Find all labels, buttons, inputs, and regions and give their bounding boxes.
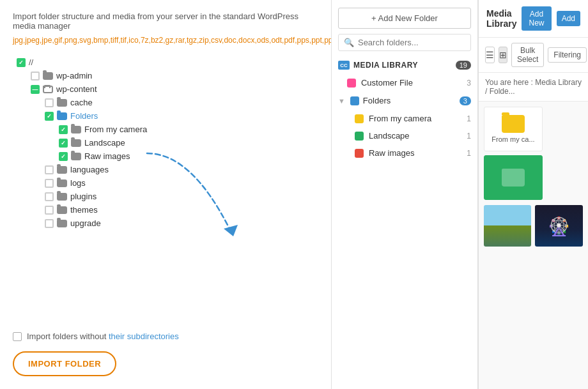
wpcontent-label: wp-content: [56, 84, 97, 94]
wpcontent-folder-icon: [43, 86, 53, 93]
media-library-label: MEDIA LIBRARY: [353, 61, 452, 70]
languages-label: languages: [70, 165, 109, 174]
logs-label: logs: [70, 178, 86, 188]
import-folder-button[interactable]: IMPORT FOLDER: [13, 351, 116, 376]
bulk-select-button[interactable]: Bulk Select: [511, 43, 544, 67]
sub-folder-rawimages[interactable]: Raw images 1: [332, 144, 477, 162]
landscape-photo: [484, 205, 532, 247]
tree-level-1: wp-admin wp-content cache F: [31, 69, 318, 230]
themes-folder-icon: [57, 206, 67, 214]
tree-item-themes: themes: [45, 203, 318, 217]
plugins-checkbox[interactable]: [45, 192, 54, 201]
subdirectories-checkbox[interactable]: [13, 332, 22, 341]
grid-view-button[interactable]: ⊞: [499, 47, 507, 63]
logs-checkbox[interactable]: [45, 179, 54, 188]
media-folder-camera-icon: [502, 115, 525, 133]
landscape-checkbox[interactable]: [59, 139, 68, 148]
plugins-folder-icon: [57, 193, 67, 201]
folders-section-name: Folders: [363, 96, 456, 105]
subdirectories-option: Import folders without their subdirector…: [13, 332, 179, 341]
media-folder-camera-label: From my ca...: [491, 135, 534, 143]
folders-dot: [350, 96, 359, 105]
search-input[interactable]: [358, 38, 465, 47]
add-new-folder-button[interactable]: + Add New Folder: [338, 8, 471, 29]
sub-folder-camera[interactable]: From my camera 1: [332, 110, 477, 127]
camera-checkbox[interactable]: [59, 125, 68, 134]
bottom-controls: Import folders without their subdirector…: [13, 332, 179, 376]
themes-checkbox[interactable]: [45, 206, 54, 215]
wpcontent-checkbox[interactable]: [31, 85, 40, 94]
tree-wpcontent-children: cache Folders From my camera: [45, 96, 318, 230]
languages-checkbox[interactable]: [45, 165, 54, 174]
media-folder-camera[interactable]: From my ca...: [484, 107, 543, 151]
folders-checkbox[interactable]: [45, 112, 54, 121]
wpadmin-folder-icon: [43, 72, 53, 80]
media-grid: From my ca...: [479, 102, 588, 205]
landscape-label: Landscape: [84, 138, 125, 148]
landscape-dot: [355, 132, 364, 141]
root-checkbox[interactable]: [17, 58, 26, 67]
tree-item-wpcontent: wp-content: [31, 82, 318, 96]
rawimages-dot: [355, 149, 364, 158]
tree-folders-children: From my camera Landscape Raw images: [59, 123, 318, 163]
list-view-button[interactable]: ☰: [485, 47, 495, 63]
subdirectories-label: Import folders without their subdirector…: [27, 332, 179, 341]
breadcrumb: You are here : Media Library / Folde...: [479, 73, 588, 102]
add-new-button2[interactable]: Add: [557, 11, 580, 26]
folders-label: Folders: [70, 111, 98, 121]
media-library-section-header[interactable]: CC MEDIA LIBRARY 19: [332, 56, 477, 74]
media-folder-landscape-icon: [502, 169, 525, 187]
cache-label: cache: [70, 98, 93, 107]
customerfile-name: Customer File: [361, 78, 461, 88]
camera-folder-name: From my camera: [369, 114, 461, 123]
camera-folder-icon: [71, 126, 81, 133]
rawimages-checkbox[interactable]: [59, 152, 68, 161]
filtering-button[interactable]: Filtering: [548, 47, 587, 63]
tree-item-upgrade: upgrade: [45, 217, 318, 230]
tree-item-plugins: plugins: [45, 190, 318, 203]
wpadmin-checkbox[interactable]: [31, 72, 40, 80]
media-panel: Media Library Add New Add ☰ ⊞ Bulk Selec…: [478, 0, 588, 389]
camera-label: From my camera: [84, 125, 147, 134]
folders-section-count: 3: [460, 96, 471, 105]
media-thumb-landscape[interactable]: [484, 205, 532, 247]
customerfile-dot: [347, 79, 356, 88]
rawimages-folder-name: Raw images: [369, 148, 461, 158]
camera-dot: [355, 114, 364, 123]
media-thumb-ferris[interactable]: [535, 205, 583, 247]
rawimages-folder-count: 1: [467, 149, 471, 158]
media-library-title: Media Library: [486, 8, 516, 29]
folder-tree: // wp-admin wp-content cache: [17, 56, 318, 230]
landscape-folder-icon: [71, 139, 81, 147]
cache-checkbox[interactable]: [45, 98, 54, 107]
folders-folder-icon: [57, 112, 67, 120]
tree-root: //: [17, 56, 318, 69]
tree-item-languages: languages: [45, 163, 318, 176]
tree-item-landscape: Landscape: [59, 136, 318, 149]
logs-folder-icon: [57, 179, 67, 187]
wpadmin-label: wp-admin: [56, 71, 92, 80]
sub-folder-landscape[interactable]: Landscape 1: [332, 127, 477, 144]
main-panel: Import folder structure and media from y…: [0, 0, 331, 389]
media-library-icon: CC: [338, 61, 350, 70]
upgrade-checkbox[interactable]: [45, 219, 54, 228]
media-folder-landscape[interactable]: [484, 155, 543, 200]
tree-item-wpadmin: wp-admin: [31, 69, 318, 82]
folder-list: CC MEDIA LIBRARY 19 Customer File 3 ▼ Fo…: [332, 56, 477, 389]
media-toolbar: ☰ ⊞ Bulk Select Filtering: [479, 38, 588, 73]
tree-item-logs: logs: [45, 176, 318, 190]
tree-item-folders: Folders: [45, 109, 318, 123]
folders-section-header[interactable]: ▼ Folders 3: [332, 91, 477, 110]
add-new-button[interactable]: Add New: [522, 6, 551, 31]
subdirectories-link[interactable]: their subdirectories: [109, 332, 179, 341]
upgrade-folder-icon: [57, 220, 67, 227]
folders-collapse-icon: ▼: [338, 97, 345, 105]
tree-item-cache: cache: [45, 96, 318, 109]
languages-folder-icon: [57, 166, 67, 174]
folder-item-customerfile[interactable]: Customer File 3: [332, 74, 477, 91]
landscape-folder-name: Landscape: [369, 131, 461, 141]
search-box: 🔍: [338, 34, 471, 51]
ferris-photo: [535, 205, 583, 247]
media-thumbnails: [479, 205, 588, 252]
description-text: Import folder structure and media from y…: [13, 11, 318, 31]
